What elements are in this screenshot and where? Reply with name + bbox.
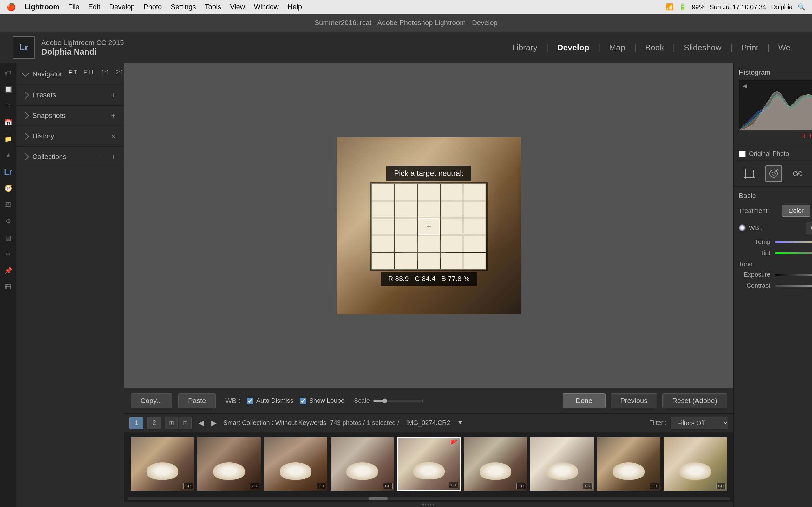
nav-print[interactable]: Print — [732, 32, 767, 63]
resize-handle[interactable] — [124, 502, 733, 507]
grid-view-btn[interactable]: ⊞ — [165, 417, 177, 429]
wb-cell-4-1[interactable] — [395, 252, 417, 269]
collections-add-btn[interactable]: + — [109, 153, 118, 161]
sidebar-icon-layers[interactable]: ▦ — [2, 231, 14, 244]
sidebar-icon-photos[interactable]: 🖼 — [2, 199, 14, 211]
done-button[interactable]: Done — [563, 393, 606, 408]
photo-name[interactable]: IMG_0274.CR2 — [406, 419, 450, 427]
wb-cell-1-4[interactable] — [463, 201, 486, 218]
previous-button[interactable]: Previous — [611, 393, 658, 408]
filmstrip-thumb-7[interactable]: CR — [530, 437, 594, 491]
sidebar-icon-film[interactable]: 🎞 — [2, 281, 14, 293]
wb-cell-3-4[interactable] — [463, 235, 486, 252]
menu-settings[interactable]: Settings — [171, 3, 196, 11]
collections-header[interactable]: Collections − + — [16, 147, 124, 167]
wb-cell-3-1[interactable] — [395, 235, 417, 252]
auto-dismiss-checkbox[interactable] — [247, 398, 253, 404]
wb-cell-1-1[interactable] — [395, 201, 417, 218]
filmstrip-thumb-9[interactable]: CR — [664, 437, 727, 491]
wb-grid[interactable] — [371, 183, 486, 270]
show-loupe-checkbox[interactable] — [300, 398, 306, 404]
wb-cell-2-0[interactable] — [372, 218, 394, 235]
wb-cell-3-3[interactable] — [441, 235, 463, 252]
scale-slider[interactable] — [373, 398, 424, 403]
filmstrip-thumb-1[interactable]: CR — [131, 437, 194, 491]
wb-cell-0-3[interactable] — [441, 184, 463, 201]
red-eye-tool[interactable] — [790, 165, 806, 182]
crop-tool[interactable] — [741, 165, 758, 182]
wb-cell-4-2[interactable] — [418, 252, 440, 269]
search-icon[interactable]: 🔍 — [798, 3, 806, 11]
loupe-view-btn[interactable]: ⊡ — [179, 417, 192, 429]
wb-cell-3-0[interactable] — [372, 235, 394, 252]
sidebar-icon-lr[interactable]: Lr — [2, 165, 14, 178]
nav-fill[interactable]: FILL — [84, 69, 95, 76]
sidebar-icon-edit[interactable]: ✏ — [2, 248, 14, 261]
sidebar-icon-gear[interactable]: ⚙ — [2, 215, 14, 228]
copy-button[interactable]: Copy... — [131, 393, 172, 408]
collections-minus-btn[interactable]: − — [96, 153, 104, 161]
color-btn[interactable]: Color — [782, 205, 810, 217]
wb-cell-center[interactable] — [418, 218, 440, 235]
sidebar-icon-compass[interactable]: 🧭 — [2, 182, 14, 194]
filmstrip-thumb-6[interactable]: CR — [464, 437, 527, 491]
sidebar-icon-flag[interactable]: ⚐ — [2, 100, 14, 112]
sidebar-icon-calendar[interactable]: 📅 — [2, 116, 14, 129]
menu-window[interactable]: Window — [254, 3, 279, 11]
page-1-btn[interactable]: 1 — [130, 417, 143, 429]
sidebar-icon-star[interactable]: ★ — [2, 149, 14, 162]
menu-lightroom[interactable]: Lightroom — [25, 3, 59, 11]
reset-button[interactable]: Reset (Adobe) — [662, 393, 727, 408]
wb-cell-2-3[interactable] — [441, 218, 463, 235]
apple-logo[interactable]: 🍎 — [6, 3, 16, 11]
menu-photo[interactable]: Photo — [144, 3, 162, 11]
menu-file[interactable]: File — [68, 3, 79, 11]
wb-cell-2-1[interactable] — [395, 218, 417, 235]
navigator-header[interactable]: Navigator FIT FILL 1:1 2:1 — [16, 63, 124, 84]
filmstrip-thumb-2[interactable]: CR — [197, 437, 261, 491]
presets-header[interactable]: Presets + — [16, 85, 124, 105]
history-close-btn[interactable]: × — [109, 132, 118, 141]
wb-cell-0-4[interactable] — [463, 184, 486, 201]
snapshots-add-btn[interactable]: + — [109, 111, 118, 120]
nav-fit[interactable]: FIT — [68, 69, 77, 76]
filmstrip-thumb-4[interactable]: CR — [331, 437, 394, 491]
wb-cell-4-3[interactable] — [441, 252, 463, 269]
paste-button[interactable]: Paste — [178, 393, 216, 408]
sidebar-icon-identity[interactable]: 🏷 — [2, 66, 14, 79]
menu-tools[interactable]: Tools — [205, 3, 221, 11]
nav-develop[interactable]: Develop — [548, 32, 598, 63]
photo-info-dropdown[interactable]: ▼ — [457, 419, 463, 426]
presets-add-btn[interactable]: + — [109, 91, 118, 100]
wb-cell-1-0[interactable] — [372, 201, 394, 218]
menu-edit[interactable]: Edit — [88, 3, 100, 11]
nav-web[interactable]: We — [769, 32, 799, 63]
tint-track[interactable] — [775, 252, 812, 254]
filmstrip-thumb-5-selected[interactable]: 🚩 CR — [397, 437, 461, 491]
nav-map[interactable]: Map — [600, 32, 635, 63]
nav-1-1[interactable]: 1:1 — [101, 69, 109, 76]
wb-cell-0-0[interactable] — [372, 184, 394, 201]
wb-grid-container[interactable] — [370, 182, 488, 271]
page-2-btn[interactable]: 2 — [147, 417, 161, 429]
scroll-thumb[interactable] — [368, 498, 388, 500]
wb-cell-1-2[interactable] — [418, 201, 440, 218]
wb-cell-4-4[interactable] — [463, 252, 486, 269]
wb-basic-select[interactable]: Custom — [806, 222, 812, 234]
exposure-track[interactable] — [775, 274, 812, 276]
original-photo-checkbox[interactable] — [739, 151, 746, 158]
nav-slideshow[interactable]: Slideshow — [675, 32, 730, 63]
contrast-track[interactable] — [775, 285, 812, 287]
filmstrip-thumb-8[interactable]: CR — [597, 437, 660, 491]
history-header[interactable]: History × — [16, 126, 124, 147]
snapshots-header[interactable]: Snapshots + — [16, 106, 124, 126]
wb-cell-2-4[interactable] — [463, 218, 486, 235]
menu-develop[interactable]: Develop — [109, 3, 135, 11]
nav-prev-arrow[interactable]: ◀ — [195, 417, 207, 429]
sidebar-icon-pin[interactable]: 📌 — [2, 264, 14, 277]
scroll-track[interactable] — [128, 498, 730, 500]
nav-next-arrow[interactable]: ▶ — [208, 417, 219, 429]
wb-cell-0-1[interactable] — [395, 184, 417, 201]
nav-library[interactable]: Library — [503, 32, 546, 63]
nav-book[interactable]: Book — [636, 32, 673, 63]
